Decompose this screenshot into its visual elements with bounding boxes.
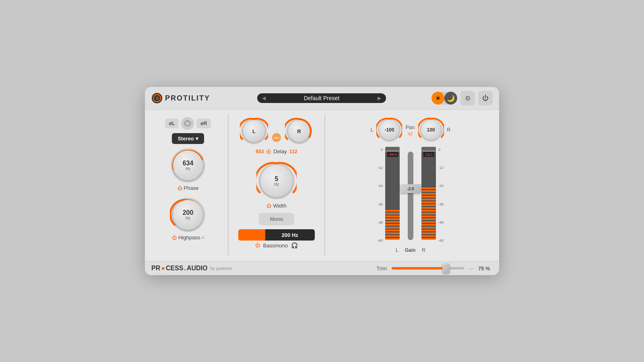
phase-knob-container: 634 Hz ⏻ Phase: [170, 147, 206, 191]
pan-gain-section: L -100 Pan x2: [327, 114, 494, 256]
preset-prev-button[interactable]: ◀: [262, 95, 266, 101]
phase-label-row: ⏻ Phase: [178, 185, 199, 191]
delay-label: Delay: [273, 148, 287, 154]
phase-knob-inner: 634 Hz: [173, 150, 203, 180]
highpass-knob-container: 200 Hz ⏻ Highpass ∕₆: [170, 197, 206, 241]
delay-label-row: 653 ⏻ Delay 112: [256, 148, 297, 154]
pan-R-value: 100: [427, 128, 435, 132]
mono-button[interactable]: Mono: [259, 213, 295, 225]
phase-right-button[interactable]: øR: [196, 119, 211, 128]
trim-slider[interactable]: [392, 267, 464, 269]
pan-L-value: -100: [384, 128, 394, 132]
delay-R-value: R: [297, 129, 301, 134]
phase-mid-button[interactable]: [181, 117, 194, 130]
slope-icon: ∕₆: [202, 235, 204, 240]
meter-L-bar: -44.0: [385, 151, 400, 240]
trim-thumb[interactable]: [442, 263, 450, 273]
highpass-label: Highpass: [178, 234, 200, 241]
gain-label-row: L Gain R: [396, 247, 425, 253]
brand-dot: ●: [161, 265, 165, 272]
preset-next-button[interactable]: ▶: [378, 95, 381, 101]
width-label-row: ⏻ Width: [266, 203, 286, 209]
pan-R-knob-container: 100: [418, 117, 444, 143]
phase-section: øL øR Stereo ▾: [150, 114, 226, 256]
bassmono-power-icon: ⏻: [255, 243, 260, 248]
pan-row: L -100 Pan x2: [371, 117, 451, 143]
preset-nav: ◀ Default Preset ▶: [257, 93, 386, 103]
phase-left-button[interactable]: øL: [165, 119, 179, 128]
header: ① PROTILITY ◀ Default Preset ▶ ☀ 🌙 ⚙ ⏻: [145, 87, 499, 110]
branding: PR●CESS.AUDIO by puremix: [151, 265, 232, 272]
trim-fill: [392, 267, 446, 269]
delay-value-right: 112: [289, 149, 297, 154]
trim-value: 75 %: [478, 265, 493, 272]
scale-left: 0 -12 -24 -36 -48 -60: [378, 147, 384, 243]
gain-fader-spacer: [401, 147, 420, 151]
delay-R-knob-container: R: [285, 117, 313, 145]
highpass-knob-inner: 200 Hz: [173, 200, 203, 230]
gain-fader-handle[interactable]: -2.0: [400, 184, 421, 193]
bassmono-label: Bassmono: [263, 243, 288, 249]
pan-R-knob[interactable]: 100: [418, 117, 444, 143]
width-section: 5 Hz ⏻ Width Mono 200 Hz: [238, 161, 315, 249]
pan-side-R: R: [447, 127, 451, 133]
theme-moon-button[interactable]: 🌙: [444, 92, 457, 105]
width-unit: Hz: [274, 182, 279, 187]
delay-L-knob[interactable]: L: [240, 117, 268, 145]
pan-L-knob[interactable]: -100: [376, 117, 402, 143]
bassmono-bar: 200 Hz: [238, 229, 315, 241]
delay-power-icon: ⏻: [266, 149, 271, 154]
pan-label: Pan: [405, 124, 415, 130]
stereo-dropdown[interactable]: Stereo ▾: [172, 133, 204, 144]
trim-controls: Trim — 75 %: [376, 265, 493, 272]
gain-center-label: Gain: [405, 247, 416, 253]
gain-fader-track[interactable]: -2.0: [408, 152, 413, 240]
gain-R-label: R: [422, 247, 425, 253]
logo-area: ① PROTILITY: [151, 93, 212, 104]
brand-by: by puremix: [211, 266, 232, 271]
ms-badge: ms: [272, 133, 281, 142]
logo-text: PROTILITY: [165, 94, 210, 103]
meters-area: 0 -12 -24 -36 -48 -60 -44.0: [378, 147, 444, 243]
brand-audio: AUDIO: [187, 265, 208, 272]
delay-L-knob-container: L: [240, 117, 268, 145]
meter-R-bar: -12.1: [421, 151, 436, 240]
meter-R-cap: [421, 147, 436, 151]
ms-badge-text: ms: [274, 136, 279, 140]
highpass-label-row: ⏻ Highpass ∕₆: [172, 234, 204, 241]
power-button[interactable]: ⏻: [478, 91, 493, 105]
delay-L-knob-inner: L: [243, 120, 265, 142]
logo-icon: ①: [151, 93, 163, 104]
gain-L-label: L: [396, 247, 398, 253]
headphone-icon: 🎧: [291, 242, 298, 249]
meter-L-cap: [385, 147, 400, 151]
trim-label: Trim: [376, 265, 387, 272]
scale-right: 0 -12 -24 -36 -48 -60: [438, 147, 444, 243]
bassmono-row: ⏻ Bassmono 🎧: [255, 242, 298, 249]
meter-R-peak: -12.1: [423, 152, 434, 157]
pan-side-L: L: [371, 127, 374, 133]
trim-line: —: [469, 266, 473, 271]
brand-cess: CESS: [166, 265, 184, 272]
highpass-knob-unit: Hz: [186, 216, 190, 220]
settings-button[interactable]: ⚙: [460, 91, 475, 105]
delay-section: L ms: [230, 114, 323, 256]
phase-label: Phase: [184, 185, 199, 191]
pan-R-inner: 100: [421, 120, 441, 140]
width-knob-container: 5 Hz ⏻ Width: [256, 161, 297, 209]
meter-R-container: -12.1: [421, 147, 436, 240]
width-value: 5: [275, 176, 279, 182]
width-knob[interactable]: 5 Hz: [256, 161, 297, 201]
divider-1: [228, 114, 229, 256]
phase-knob[interactable]: 634 Hz: [170, 147, 206, 183]
width-label: Width: [273, 203, 286, 209]
theme-sun-button[interactable]: ☀: [431, 92, 444, 105]
gain-fader-area: -2.0: [401, 147, 420, 240]
theme-toggle: ☀ 🌙: [431, 92, 457, 105]
phase-power-icon: ⏻: [178, 185, 182, 191]
header-controls: ☀ 🌙 ⚙ ⏻: [431, 91, 493, 105]
delay-R-knob[interactable]: R: [285, 117, 313, 145]
delay-knobs-row: L ms: [240, 117, 313, 145]
highpass-knob[interactable]: 200 Hz: [170, 197, 206, 233]
trim-row: PR●CESS.AUDIO by puremix Trim — 75 %: [145, 261, 499, 275]
